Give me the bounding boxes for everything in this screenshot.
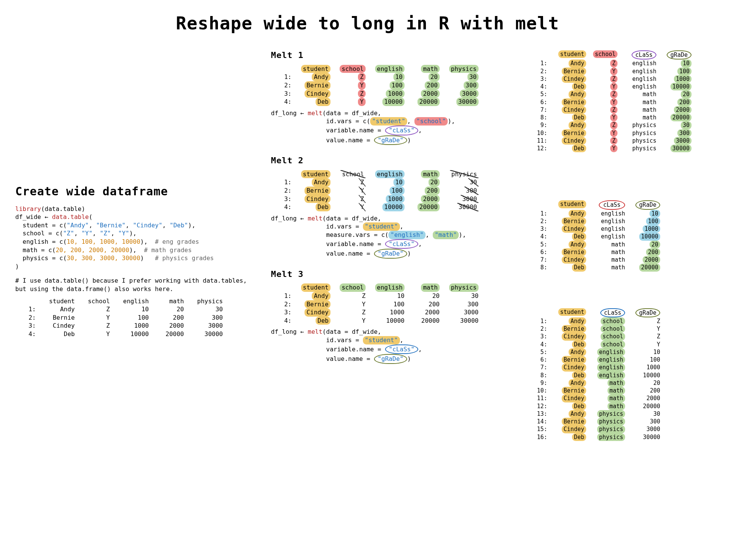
code-token: # physics grades [155,254,214,262]
table-cell: english [620,75,659,83]
table-cell: Z [627,333,662,340]
table-cell: 20 [659,90,694,98]
code-token: , [126,222,133,229]
table-row: 13:Andyphysics30 [527,410,725,418]
table-header: gRaDe [659,50,694,60]
table-cell: Cindey [294,90,333,98]
table-header: physics [442,283,481,292]
wide-table: studentschoolenglishmathphysics1:AndyZ10… [15,297,260,338]
table-cell: Deb [550,145,588,152]
table-cell: Deb [294,203,333,211]
table-row: 7:Cindeyenglish1000 [527,364,725,371]
code-token: ) [15,263,19,270]
table-cell: school [588,325,627,333]
table-row: 4:Debenglish10000 [527,233,725,240]
table-cell: Bernie [550,325,588,333]
table-cell: 100 [368,81,407,90]
table-cell: 10 [112,305,151,314]
table-cell: Y [588,83,620,90]
table-cell: 100 [627,217,662,225]
table-cell: Andy [550,379,588,387]
code-token: value.name = [271,355,374,362]
code-token: df_long ← [271,215,308,222]
table-row: 16:Debphysics30000 [527,433,725,441]
table-row: 2:Bernieenglish100 [527,217,725,225]
table-cell: 10000 [368,317,407,325]
table-cell: 100 [368,300,407,309]
code-token: variable.name = [271,240,385,248]
table-cell: Andy [550,121,588,129]
code-token: "Bernie" [96,222,126,229]
table-cell: Cindey [550,333,588,340]
table-row: 1:AndyZ102030 [271,73,515,81]
table-cell: Z [77,305,112,314]
melt3-input-table: studentschoolenglishmathphysics1:AndyZ10… [271,283,515,325]
table-cell: 2000 [659,106,694,114]
table-cell: Z [333,292,368,300]
table-cell: Y [77,314,112,322]
table-cell: english [588,372,627,379]
table-cell: english [588,233,627,240]
table-cell: 200 [407,187,442,195]
table-row: 1:AndyZ102030 [271,292,515,300]
code-token: , [89,222,96,229]
table-cell: math [620,114,659,121]
melt3-title: Melt 3 [271,269,515,280]
left-code: library(data.table) df_wide ← data.table… [15,205,260,271]
code-token: ), [140,238,155,245]
table-cell: physics [588,433,627,441]
table-row: 3:CindeyZ100020003000 [271,308,515,317]
table-cell: 200 [407,300,442,309]
table-cell: 20000 [627,402,662,410]
table-cell: Y [333,203,368,211]
melt1-input-table: studentschoolenglishmathphysics1:AndyZ10… [271,65,515,106]
table-cell: Z [588,106,620,114]
table-cell: Cindey [550,394,588,402]
table-cell: 1000 [368,195,407,203]
table-row: 4:DebY100002000030000 [271,203,515,211]
left-column: Create wide dataframe library(data.table… [15,47,260,338]
code-token: ), [129,246,144,254]
table-cell: 30 [659,121,694,129]
table-cell: 30000 [442,203,481,211]
code-token: ) [140,254,155,262]
table-cell: 200 [659,98,694,106]
table-cell: 100 [112,314,151,322]
code-token: (data.table) [41,205,85,212]
code-token: (data = df_wide, [322,215,381,222]
code-token: ), [459,231,466,238]
code-token: ), [448,117,455,125]
table-cell: Bernie [550,98,588,106]
table-cell: Deb [550,341,588,348]
table-row: 8:DebYmath20000 [527,114,725,121]
table-cell: physics [620,145,659,152]
code-token: "english" [388,231,426,239]
table-row: 9:Andymath20 [527,379,725,387]
table-header: school [77,297,112,306]
table-header: gRaDe [627,308,662,317]
table-cell: english [620,60,659,67]
table-cell: 3000 [442,195,481,203]
table-cell: Z [333,90,368,98]
table-cell: 20000 [659,114,694,121]
table-cell: 1000 [368,90,407,98]
table-cell: 10 [368,178,407,187]
table-row: 12:DebYphysics30000 [527,145,725,152]
table-cell: 300 [186,314,225,322]
table-cell: Z [77,322,112,330]
table-row: 2:BernieYenglish100 [527,68,725,75]
code-token: school = c( [15,230,63,237]
table-cell: Y [588,98,620,106]
code-token: value.name = [271,250,374,257]
table-header: student [550,200,588,209]
code-token: 30, 300, 3000, 30000 [67,254,140,262]
table-cell: 2000 [627,256,662,264]
table-cell: 2000 [627,394,662,402]
melt3-section: Melt 3 studentschoolenglishmathphysics1:… [271,269,515,364]
table-row: 3:Cindeyenglish1000 [527,225,725,233]
code-token: 20, 200, 2000, 20000 [56,246,129,254]
table-cell: Cindey [550,225,588,233]
table-cell: 100 [659,68,694,75]
table-cell: school [588,341,627,348]
table-cell: Andy [550,210,588,217]
